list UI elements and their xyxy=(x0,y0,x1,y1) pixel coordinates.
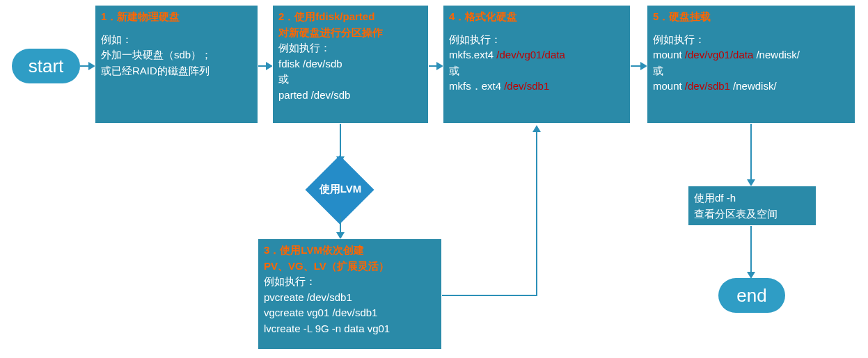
box-3-l2: pvcreate /dev/sdb1 xyxy=(264,290,436,306)
box-4: 4．格式化硬盘 例如执行： mkfs.ext4 /dev/vg01/data 或… xyxy=(443,5,631,124)
box-2-title-l1: 2．使用fdisk/parted xyxy=(278,9,423,25)
box-2: 2．使用fdisk/parted 对新硬盘进行分区操作 例如执行： fdisk … xyxy=(272,5,429,124)
box-1-l2: 外加一块硬盘（sdb）； xyxy=(101,47,252,63)
box-1-title: 1．新建物理硬盘 xyxy=(101,9,252,25)
arrow-diamond-to-3 xyxy=(340,215,341,234)
box-3-title-l2: PV、VG、LV（扩展灵活） xyxy=(264,259,436,275)
box-3-l4: lvcreate -L 9G -n data vg01 xyxy=(264,321,436,337)
end-node: end xyxy=(718,278,785,313)
box-4-l3: 或 xyxy=(449,63,624,79)
flowchart: start 1．新建物理硬盘 例如： 外加一块硬盘（sdb）； 或已经RAID的… xyxy=(0,0,868,358)
arrow-3-to-4-head xyxy=(532,125,541,132)
box-1-l1: 例如： xyxy=(101,32,252,48)
box-5-l4: mount /dev/sdb1 /newdisk/ xyxy=(653,79,849,95)
box-5-title: 5．硬盘挂载 xyxy=(653,9,849,25)
box-3: 3．使用LVM依次创建 PV、VG、LV（扩展灵活） 例如执行： pvcreat… xyxy=(258,238,442,350)
box-2-l1: 例如执行： xyxy=(278,40,423,56)
box-6: 使用df -h 查看分区表及空间 xyxy=(688,186,816,226)
box-3-title-l1: 3．使用LVM依次创建 xyxy=(264,243,436,259)
start-node: start xyxy=(12,49,80,83)
box-3-l3: vgcreate vg01 /dev/sdb1 xyxy=(264,305,436,321)
box-2-l4: parted /dev/sdb xyxy=(278,88,423,104)
box-4-l1: 例如执行： xyxy=(449,32,624,48)
box-6-l1: 使用df -h xyxy=(694,190,810,206)
start-label: start xyxy=(29,56,64,77)
box-1-l3: 或已经RAID的磁盘阵列 xyxy=(101,63,252,79)
box-4-title: 4．格式化硬盘 xyxy=(449,9,624,25)
box-5: 5．硬盘挂载 例如执行： mount /dev/vg01/data /newdi… xyxy=(647,5,855,124)
end-label: end xyxy=(736,285,766,307)
box-4-l4: mkfs．ext4 /dev/sdb1 xyxy=(449,79,624,95)
arrow-6-to-end xyxy=(750,226,752,273)
box-2-l2: fdisk /dev/sdb xyxy=(278,56,423,72)
box-5-l2: mount /dev/vg01/data /newdisk/ xyxy=(653,47,849,63)
box-4-l2: mkfs.ext4 /dev/vg01/data xyxy=(449,47,624,63)
box-3-l1: 例如执行： xyxy=(264,274,436,290)
arrow-3-to-4-h xyxy=(442,295,537,296)
arrow-3-to-4-v xyxy=(536,132,537,296)
box-2-title-l2: 对新硬盘进行分区操作 xyxy=(278,25,423,41)
box-2-l3: 或 xyxy=(278,72,423,88)
box-5-l3: 或 xyxy=(653,63,849,79)
arrow-2-to-diamond xyxy=(340,124,341,158)
arrow-5-to-6 xyxy=(750,124,752,181)
box-1: 1．新建物理硬盘 例如： 外加一块硬盘（sdb）； 或已经RAID的磁盘阵列 xyxy=(95,5,258,124)
box-6-l2: 查看分区表及空间 xyxy=(694,206,810,222)
lvm-diamond-label: 使用LVM xyxy=(299,183,381,196)
box-5-l1: 例如执行： xyxy=(653,32,849,48)
